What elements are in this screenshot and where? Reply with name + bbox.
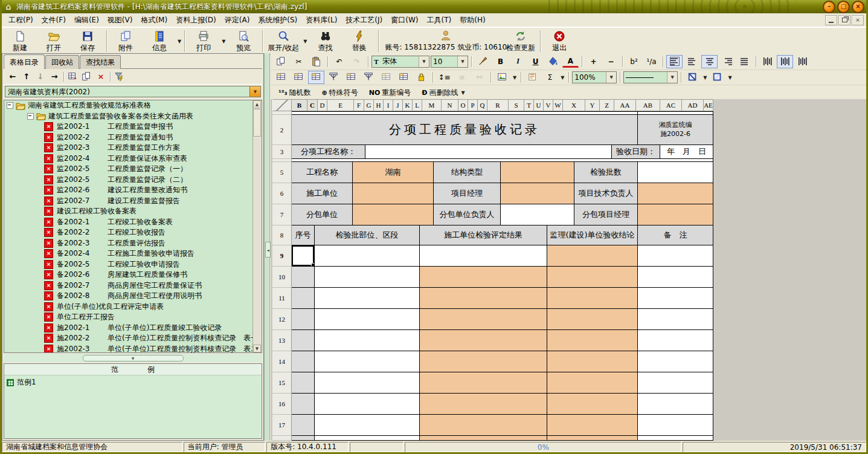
sheet-cell[interactable] bbox=[638, 288, 713, 309]
format-painter-button[interactable] bbox=[475, 55, 491, 68]
menu-item-5[interactable]: 资料上报(D) bbox=[172, 13, 220, 27]
column-header-D[interactable]: D bbox=[318, 99, 327, 111]
redo-button[interactable]: ↷ bbox=[349, 55, 365, 68]
column-header-X[interactable]: X bbox=[563, 99, 585, 111]
tab-查找结果[interactable]: 查找结果 bbox=[80, 55, 121, 69]
sheet-cell[interactable] bbox=[547, 394, 638, 415]
sample-item[interactable]: 范例1 bbox=[4, 375, 262, 389]
decrease-button[interactable]: − bbox=[603, 55, 619, 68]
sheet-cell[interactable]: 湘质监统编施2002-6 bbox=[638, 115, 713, 145]
nav-right-button[interactable]: → bbox=[48, 71, 60, 82]
tree-item[interactable]: × 监2002-1 工程质量监督申报书 bbox=[4, 122, 253, 132]
renumber-button[interactable]: NO 重新编号 bbox=[364, 86, 417, 100]
tree-item[interactable]: × 备2002-3 工程质量评估报告 bbox=[4, 238, 253, 249]
sheet-cell[interactable] bbox=[420, 394, 547, 415]
sheet-cell[interactable] bbox=[315, 330, 420, 351]
maximize-button[interactable]: □ bbox=[837, 1, 850, 13]
mdi-close-button[interactable]: × bbox=[852, 15, 864, 25]
row-header-5[interactable]: 5 bbox=[272, 162, 292, 183]
preview-button[interactable]: 预览 bbox=[227, 30, 260, 53]
tree-item[interactable]: × 备2002-8 商品房屋住宅工程使用说明书 bbox=[4, 291, 253, 302]
font-size-select[interactable]: 10 ▼ bbox=[431, 56, 468, 68]
column-header-V[interactable]: V bbox=[544, 99, 553, 111]
column-header-P[interactable]: P bbox=[468, 99, 478, 111]
sheet-cell[interactable] bbox=[547, 245, 638, 267]
vertical-text-right-button[interactable] bbox=[794, 55, 811, 68]
tree-item[interactable]: × 监2002-5 工程质量监督记录（一） bbox=[4, 164, 253, 175]
save-button[interactable]: 保存 bbox=[71, 30, 104, 53]
filter-button[interactable] bbox=[114, 71, 126, 82]
horizontal-splitter[interactable]: ▼ bbox=[4, 354, 262, 362]
sheet-cell[interactable]: 施工单位 bbox=[292, 183, 353, 204]
sheet-cell[interactable] bbox=[292, 372, 315, 394]
tree-item[interactable]: × 备2002-2 工程竣工验收报告 bbox=[4, 227, 253, 238]
align-left-button[interactable] bbox=[684, 55, 700, 68]
row-header-8[interactable]: 8 bbox=[272, 225, 292, 245]
sheet-cell[interactable] bbox=[353, 183, 434, 204]
row-header-17[interactable]: 17 bbox=[272, 415, 292, 436]
menu-item-4[interactable]: 格式(M) bbox=[137, 13, 172, 27]
merge-cell-button[interactable] bbox=[343, 71, 359, 84]
fill-handle[interactable] bbox=[311, 263, 314, 266]
sheet-cell[interactable] bbox=[547, 372, 638, 394]
scroll-thumb[interactable] bbox=[253, 109, 261, 137]
underline-button[interactable]: U bbox=[527, 55, 544, 68]
tree-item[interactable]: × 监2002-6 建设工程质量整改通知书 bbox=[4, 185, 253, 196]
nav-left-button[interactable]: ← bbox=[7, 71, 19, 82]
menu-item-8[interactable]: 资料库(L) bbox=[301, 13, 341, 27]
delete-table-button[interactable]: × bbox=[95, 71, 107, 82]
split-cell-button[interactable] bbox=[326, 71, 342, 84]
column-header-G[interactable]: G bbox=[364, 99, 374, 111]
chevron-down-icon[interactable]: ▼ bbox=[667, 72, 677, 83]
bold-button[interactable]: B bbox=[492, 55, 509, 68]
tree-item[interactable]: × 监2002-2 工程质量监督通知书 bbox=[4, 132, 253, 143]
sheet-cell[interactable]: 湖南 bbox=[353, 162, 434, 183]
tree-item[interactable]: × 备2002-1 工程竣工验收备案表 bbox=[4, 217, 253, 228]
menu-item-7[interactable]: 系统维护(S) bbox=[254, 13, 301, 27]
sheet-cell[interactable]: 分包项目经理 bbox=[574, 204, 638, 225]
tree-item[interactable]: × 施2002-1 单位(子单位)工程质量竣工验收记录 bbox=[4, 323, 253, 334]
open-button[interactable]: 打开 bbox=[37, 30, 71, 53]
sheet-cell[interactable] bbox=[315, 309, 420, 330]
tab-回收站[interactable]: 回收站 bbox=[45, 55, 79, 69]
sheet-cell[interactable] bbox=[292, 288, 315, 309]
sheet-cell[interactable] bbox=[638, 436, 713, 441]
column-header-AA[interactable]: AA bbox=[614, 99, 636, 111]
splitter-collapse-handle[interactable]: ▼ bbox=[83, 355, 184, 362]
row-header-11[interactable]: 11 bbox=[272, 288, 292, 309]
menu-item-10[interactable]: 窗口(W) bbox=[387, 13, 422, 27]
stamp-button[interactable] bbox=[524, 71, 541, 84]
sheet-cell[interactable] bbox=[292, 415, 315, 436]
collapse-icon[interactable] bbox=[27, 113, 34, 120]
sheet-cell[interactable] bbox=[292, 351, 315, 372]
sheet-cell[interactable] bbox=[638, 351, 713, 372]
tree-folder[interactable]: 建筑工程质量监督验收备案各类往来文函用表 bbox=[4, 111, 253, 122]
tree-scrollbar[interactable]: ▲ ▼ bbox=[252, 100, 262, 352]
column-header-J[interactable]: J bbox=[393, 99, 403, 111]
row-header-13[interactable]: 13 bbox=[272, 330, 292, 351]
sheet-cell[interactable] bbox=[292, 309, 315, 330]
splitter-collapse-left-icon[interactable]: ◄ bbox=[265, 242, 271, 258]
sheet-cell[interactable] bbox=[638, 183, 713, 204]
copy-table-button[interactable] bbox=[81, 71, 93, 82]
sheet-cell[interactable] bbox=[315, 394, 420, 415]
library-select[interactable]: 湖南省建筑资料库(2002) ▼ bbox=[5, 86, 261, 97]
sheet-cell[interactable] bbox=[315, 436, 420, 441]
sheet-cell[interactable] bbox=[420, 351, 547, 372]
attachment-button[interactable]: 附件 bbox=[109, 30, 143, 53]
sheet-cell[interactable] bbox=[420, 309, 547, 330]
column-header-B[interactable]: B bbox=[292, 99, 307, 111]
column-header-Q[interactable]: Q bbox=[478, 99, 487, 111]
delete-row-button[interactable] bbox=[361, 71, 377, 84]
line-spacing-decrease-button[interactable]: ≡ bbox=[454, 71, 470, 84]
align-right-button[interactable] bbox=[719, 55, 735, 68]
sheet-cell[interactable] bbox=[638, 394, 713, 415]
sheet-cell[interactable]: 年 月 日 bbox=[660, 145, 713, 159]
chevron-down-icon[interactable]: ▼ bbox=[457, 56, 468, 67]
row-header-x[interactable] bbox=[272, 436, 292, 441]
sheet-cell[interactable] bbox=[420, 267, 547, 288]
row-header-7[interactable]: 7 bbox=[272, 204, 292, 225]
mdi-minimize-button[interactable] bbox=[825, 15, 837, 25]
sheet-cell[interactable]: 监理(建设)单位验收结论 bbox=[547, 225, 638, 245]
menu-item-3[interactable]: 视图(V) bbox=[103, 13, 137, 27]
